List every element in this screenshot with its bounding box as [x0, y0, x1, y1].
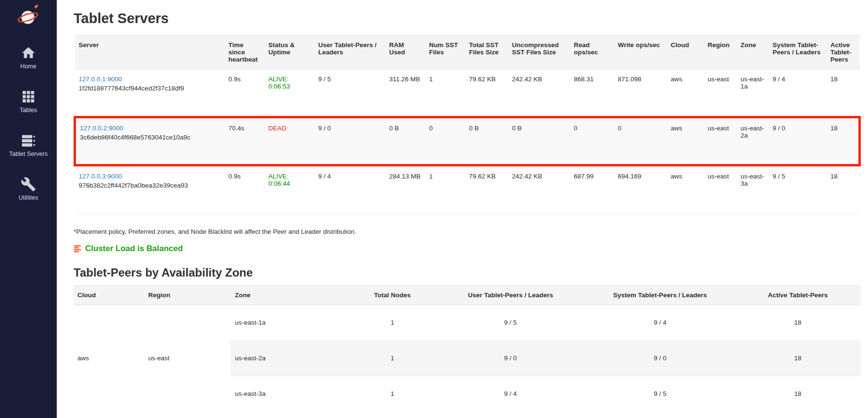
col-user-peers: User Tablet-Peers / Leaders — [314, 36, 385, 69]
ram-cell: 284.13 MB — [385, 165, 425, 214]
cloud-cell: aws — [667, 165, 704, 214]
tables-grid-icon — [21, 89, 36, 104]
az-active-peers-cell: 18 — [735, 376, 861, 412]
region-cell: us-east — [704, 117, 737, 165]
zone-cell: us-east-2a — [737, 117, 768, 165]
server-row-dead-highlighted: 127.0.0.2:9000 3c6deb86f40c4f668e5763041… — [75, 117, 860, 165]
read-ops-cell: 0 — [570, 117, 614, 165]
active-peers-cell: 18 — [827, 165, 860, 214]
col-cloud: Cloud — [667, 36, 704, 69]
uncompressed-sst-cell: 242.42 KB — [508, 165, 570, 214]
heartbeat-cell: 0.9s — [225, 165, 264, 214]
user-peers-cell: 9 / 4 — [314, 165, 385, 214]
yugabyte-logo-icon[interactable] — [16, 4, 40, 28]
col-system-peers: System Tablet-Peers / Leaders — [585, 286, 735, 305]
sidebar-item-utilities[interactable]: Utilities — [0, 177, 57, 201]
az-region-cell: us-east — [144, 305, 231, 412]
cluster-load-status: Cluster Load is Balanced — [74, 244, 861, 253]
server-row: 127.0.0.3:9000 976b382c2ff442f7ba0bea32e… — [75, 165, 860, 214]
sidebar-item-tables[interactable]: Tables — [0, 89, 57, 114]
zone-cell: us-east-1a — [737, 69, 768, 117]
col-zone: Zone — [737, 36, 768, 69]
col-status: Status & Uptime — [264, 36, 314, 69]
az-row: aws us-east us-east-1a 1 9 / 5 9 / 4 18 — [74, 305, 861, 341]
num-sst-cell: 1 — [425, 69, 465, 117]
col-active-peers: Active Tablet-Peers — [735, 286, 861, 305]
utilities-wrench-icon — [21, 177, 36, 192]
az-active-peers-cell: 18 — [735, 341, 861, 376]
server-row: 127.0.0.1:9000 1f2fd188777643cf944ced2f3… — [75, 69, 860, 117]
tablet-peers-by-az-table: Cloud Region Zone Total Nodes User Table… — [74, 285, 861, 412]
col-uncompressed-sst: Uncompressed SST Files Size — [508, 36, 570, 69]
write-ops-cell: 0 — [614, 117, 667, 165]
total-sst-cell: 0 B — [465, 117, 508, 165]
col-active-peers: Active Tablet-Peers — [827, 36, 860, 69]
app-window: Home Tables Tablet Servers — [0, 0, 868, 418]
sidebar-item-label: Tablet Servers — [9, 151, 48, 157]
page-title: Tablet Servers — [74, 11, 861, 26]
main-content: Tablet Servers Server Time since heartbe… — [57, 0, 868, 418]
sidebar-item-tablet-servers[interactable]: Tablet Servers — [0, 133, 57, 157]
az-zone-cell: us-east-2a — [231, 341, 349, 376]
placement-policy-footnote: *Placement policy, Preferred zones, and … — [74, 228, 861, 235]
col-user-peers: User Tablet-Peers / Leaders — [436, 286, 585, 305]
num-sst-cell: 1 — [425, 165, 465, 214]
status-badge: DEAD — [268, 125, 311, 132]
system-peers-cell: 9 / 5 — [768, 165, 826, 214]
status-badge: ALIVE: — [268, 76, 311, 83]
zone-cell: us-east-3a — [737, 165, 768, 214]
num-sst-cell: 0 — [425, 117, 465, 165]
az-user-peers-cell: 9 / 5 — [436, 305, 585, 341]
col-region: Region — [144, 286, 231, 305]
server-address-link[interactable]: 127.0.0.3:9000 — [79, 173, 122, 180]
system-peers-cell: 9 / 0 — [768, 117, 826, 165]
col-total-nodes: Total Nodes — [349, 286, 436, 305]
uncompressed-sst-cell: 242.42 KB — [508, 69, 570, 117]
az-user-peers-cell: 9 / 0 — [436, 341, 585, 376]
az-total-nodes-cell: 1 — [349, 305, 436, 341]
sidebar-item-home[interactable]: Home — [0, 45, 57, 70]
ram-cell: 311.26 MB — [385, 69, 425, 117]
az-user-peers-cell: 9 / 4 — [436, 376, 585, 412]
total-sst-cell: 79.62 KB — [465, 165, 508, 214]
az-header-row: Cloud Region Zone Total Nodes User Table… — [74, 286, 861, 305]
sidebar-nav: Home Tables Tablet Servers — [0, 45, 57, 201]
az-zone-cell: us-east-1a — [231, 305, 349, 341]
col-cloud: Cloud — [74, 286, 144, 305]
write-ops-cell: 871.098 — [614, 69, 667, 117]
sidebar-item-label: Tables — [20, 107, 37, 114]
col-region: Region — [704, 36, 737, 69]
col-write-ops: Write ops/sec — [614, 36, 667, 69]
write-ops-cell: 694.169 — [614, 165, 667, 214]
uptime-value: 0:06:44 — [268, 180, 311, 187]
col-system-peers: System Tablet-Peers / Leaders — [768, 36, 826, 69]
user-peers-cell: 9 / 5 — [314, 69, 385, 117]
server-address-link[interactable]: 127.0.0.2:9000 — [80, 125, 123, 132]
system-peers-cell: 9 / 4 — [768, 69, 826, 117]
col-read-ops: Read ops/sec — [570, 36, 614, 69]
active-peers-cell: 18 — [827, 117, 860, 165]
tablet-servers-table: Server Time since heartbeat Status & Upt… — [74, 35, 861, 214]
col-heartbeat: Time since heartbeat — [225, 36, 264, 69]
tablet-servers-icon — [21, 133, 36, 148]
read-ops-cell: 687.99 — [570, 165, 614, 214]
col-zone: Zone — [231, 286, 349, 305]
col-total-sst: Total SST Files Size — [465, 36, 508, 69]
cloud-cell: aws — [667, 69, 704, 117]
cloud-cell: aws — [667, 117, 704, 165]
home-icon — [21, 45, 36, 61]
uptime-value: 0:06:53 — [268, 83, 311, 90]
load-balancer-icon — [74, 245, 81, 253]
server-address-link[interactable]: 127.0.0.1:9000 — [79, 76, 122, 83]
az-zone-cell: us-east-3a — [231, 376, 349, 412]
az-active-peers-cell: 18 — [735, 305, 861, 341]
servers-header-row: Server Time since heartbeat Status & Upt… — [75, 36, 860, 69]
sidebar: Home Tables Tablet Servers — [0, 0, 57, 418]
sidebar-item-label: Home — [20, 63, 36, 70]
user-peers-cell: 9 / 0 — [314, 117, 385, 165]
heartbeat-cell: 70.4s — [225, 117, 264, 165]
ram-cell: 0 B — [385, 117, 425, 165]
server-uuid: 1f2fd188777643cf944ced2f37c18df9 — [79, 85, 221, 92]
az-total-nodes-cell: 1 — [349, 376, 436, 412]
az-cloud-cell: aws — [74, 305, 144, 412]
